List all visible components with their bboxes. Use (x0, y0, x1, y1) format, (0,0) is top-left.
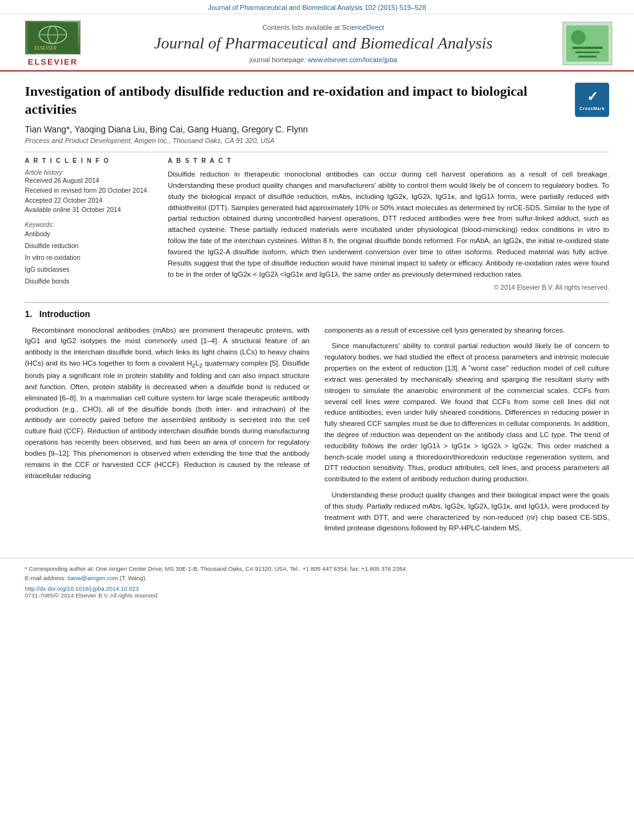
journal-title: Journal of Pharmaceutical and Biomedical… (99, 34, 547, 53)
journal-bar: Journal of Pharmaceutical and Biomedical… (0, 0, 634, 14)
body-columns: Recombinant monoclonal antibodies (mAbs)… (25, 325, 609, 540)
contents-line: Contents lists available at ScienceDirec… (99, 24, 547, 31)
accepted-date: Accepted 22 October 2014 (25, 196, 149, 206)
keyword-antibody: Antibody (25, 228, 149, 240)
page: Journal of Pharmaceutical and Biomedical… (0, 0, 634, 840)
available-date: Available online 31 October 2014 (25, 205, 149, 215)
footer: * Corresponding author at: One Amgen Cen… (0, 558, 634, 605)
svg-rect-9 (576, 52, 600, 53)
main-content: Investigation of antibody disulfide redu… (0, 72, 634, 545)
divider-1 (25, 152, 609, 152)
issn-line: 0731-7085/© 2014 Elsevier B.V. All right… (25, 592, 609, 599)
crossmark-badge[interactable]: ✓ CrossMark (575, 83, 609, 117)
body-col-right: components as a result of excessive cell… (324, 325, 609, 540)
elsevier-wordmark: ELSEVIER (28, 57, 78, 67)
crossmark-symbol: ✓ (587, 88, 598, 106)
article-info-heading: A R T I C L E I N F O (25, 157, 149, 164)
elsevier-logo-image: ELSEVIER (25, 21, 81, 55)
svg-rect-10 (578, 56, 596, 58)
header-thumbnail (559, 22, 615, 65)
keywords-group: Keywords: Antibody Disulfide reduction I… (25, 221, 149, 287)
history-label: Article history: (25, 169, 149, 176)
abstract-copyright: © 2014 Elsevier B.V. All rights reserved… (168, 284, 609, 291)
authors: Tian Wang*, Yaoqing Diana Liu, Bing Cai,… (25, 124, 609, 134)
crossmark-label: CrossMark (579, 106, 605, 111)
section-1-number: 1. Introduction (25, 309, 90, 319)
svg-text:ELSEVIER: ELSEVIER (34, 45, 57, 51)
footnote: * Corresponding author at: One Amgen Cen… (25, 565, 609, 573)
keywords-list: Antibody Disulfide reduction In vitro re… (25, 228, 149, 287)
section-1-heading: 1. Introduction (25, 309, 609, 319)
affiliation: Process and Product Development, Amgen I… (25, 137, 609, 144)
received-date: Received 26 August 2014 (25, 176, 149, 186)
email-link[interactable]: tianw@amgen.com (68, 575, 118, 581)
body-divider (25, 302, 609, 303)
homepage-line: journal homepage: www.elsevier.com/locat… (99, 56, 547, 63)
journal-title-block: Contents lists available at ScienceDirec… (87, 24, 559, 63)
keyword-reoxidation: In vitro re-oxidation (25, 252, 149, 264)
journal-thumbnail (563, 22, 612, 65)
info-abstract-section: A R T I C L E I N F O Article history: R… (25, 157, 609, 293)
email-label: E-mail address: (25, 575, 66, 581)
body-col-left: Recombinant monoclonal antibodies (mAbs)… (25, 325, 310, 540)
footnote-text: * Corresponding author at: One Amgen Cen… (25, 565, 407, 572)
article-title: Investigation of antibody disulfide redu… (25, 83, 609, 118)
doi-line: http://dx.doi.org/10.1016/j.jpba.2014.10… (25, 585, 609, 592)
svg-point-7 (571, 30, 586, 45)
received-revised-date: Received in revised form 20 October 2014 (25, 186, 149, 196)
svg-rect-8 (572, 47, 603, 49)
homepage-link[interactable]: www.elsevier.com/locate/jpba (308, 56, 397, 63)
journal-citation: Journal of Pharmaceutical and Biomedical… (208, 4, 426, 11)
keyword-disulfide: Disulfide reduction (25, 240, 149, 252)
journal-header: ELSEVIER ELSEVIER Contents lists availab… (0, 14, 634, 72)
keyword-bonds: Disulfide bonds (25, 275, 149, 287)
article-info-panel: A R T I C L E I N F O Article history: R… (25, 157, 149, 293)
abstract-panel: A B S T R A C T Disulfide reduction in t… (168, 157, 609, 293)
sciencedirect-link[interactable]: ScienceDirect (342, 24, 384, 31)
intro-para-4: Understanding these product quality chan… (324, 490, 609, 534)
history-group: Article history: Received 26 August 2014… (25, 169, 149, 215)
intro-para-1: Recombinant monoclonal antibodies (mAbs)… (25, 325, 310, 482)
keywords-label: Keywords: (25, 221, 149, 228)
elsevier-logo: ELSEVIER ELSEVIER (19, 21, 87, 67)
email-suffix: (T. Wang). (120, 575, 147, 581)
abstract-heading: A B S T R A C T (168, 157, 609, 164)
email-line: E-mail address: tianw@amgen.com (T. Wang… (25, 574, 609, 583)
intro-para-2: components as a result of excessive cell… (324, 325, 609, 336)
doi-url[interactable]: http://dx.doi.org/10.1016/j.jpba.2014.10… (25, 585, 139, 592)
keyword-igg: IgG subclasses (25, 264, 149, 275)
intro-para-3: Since manufacturers' ability to control … (324, 341, 609, 485)
abstract-text: Disulfide reduction in therapeutic monoc… (168, 169, 609, 280)
